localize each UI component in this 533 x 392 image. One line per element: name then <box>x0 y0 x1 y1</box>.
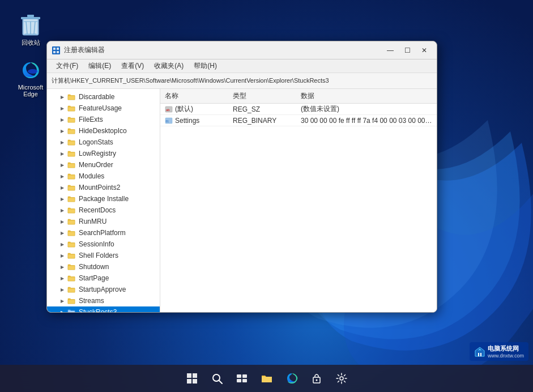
tree-item-mountpoints2[interactable]: ▶ MountPoints2 <box>47 182 160 193</box>
col-name[interactable]: 名称 <box>160 91 228 101</box>
tree-panel[interactable]: ▶ Discardable ▶ FeatureUsage <box>47 89 160 312</box>
values-panel: 名称 类型 数据 ab (默认) REG_SZ (数值未设置) 01 Setti… <box>160 89 437 312</box>
tree-item-searchplatform[interactable]: ▶ SearchPlatform <box>47 227 160 238</box>
watermark-icon <box>474 346 485 357</box>
folder-icon <box>67 138 76 146</box>
chevron-icon: ▶ <box>61 140 67 145</box>
edge-label: MicrosoftEdge <box>18 84 44 97</box>
value-name: ab (默认) <box>160 104 228 114</box>
tree-item-fileexts[interactable]: ▶ FileExts <box>47 114 160 125</box>
svg-rect-9 <box>57 51 59 53</box>
svg-rect-26 <box>237 379 241 382</box>
svg-rect-6 <box>53 48 56 50</box>
tree-item-startpage[interactable]: ▶ StartPage <box>47 272 160 284</box>
menu-favorites[interactable]: 收藏夹(A) <box>150 60 188 72</box>
folder-icon <box>67 274 76 282</box>
tree-item-label: Shutdown <box>79 263 109 271</box>
tree-item-streams[interactable]: ▶ Streams <box>47 295 160 306</box>
edge-taskbar-button[interactable] <box>280 367 303 390</box>
svg-text:ab: ab <box>166 108 170 112</box>
search-button[interactable] <box>206 367 228 390</box>
tree-item-lowregistry[interactable]: ▶ LowRegistry <box>47 148 160 159</box>
chevron-icon: ▶ <box>61 163 67 168</box>
tree-item-discardable[interactable]: ▶ Discardable <box>47 91 160 103</box>
close-button[interactable]: ✕ <box>416 45 432 56</box>
values-header: 名称 类型 数据 <box>160 89 437 104</box>
tree-item-featureusage[interactable]: ▶ FeatureUsage <box>47 103 160 114</box>
recycle-bin-label: 回收站 <box>22 39 40 47</box>
taskview-button[interactable] <box>231 367 253 390</box>
chevron-icon: ▶ <box>61 242 67 247</box>
menu-edit[interactable]: 编辑(E) <box>84 60 116 72</box>
tree-item-hidedesktopico[interactable]: ▶ HideDesktopIco <box>47 125 160 137</box>
tree-item-label: StartupApprove <box>79 286 126 293</box>
menu-view[interactable]: 查看(V) <box>117 60 148 72</box>
svg-rect-25 <box>242 374 247 378</box>
value-data: 30 00 00 00 fe ff ff ff 7a f4 00 00 03 0… <box>296 117 437 125</box>
tree-item-menuorder[interactable]: ▶ MenuOrder <box>47 159 160 171</box>
tree-item-stuckrects3[interactable]: ▶ StuckRects3 <box>47 306 160 312</box>
chevron-icon: ▶ <box>61 185 67 190</box>
tree-item-label: StuckRects3 <box>79 308 117 312</box>
folder-icon <box>67 184 76 191</box>
menu-file[interactable]: 文件(F) <box>52 60 83 72</box>
tree-item-label: StartPage <box>79 274 109 282</box>
chevron-icon: ▶ <box>61 265 67 270</box>
chevron-icon: ▶ <box>61 299 67 304</box>
svg-line-23 <box>219 381 222 384</box>
folder-icon <box>67 161 76 169</box>
folder-icon <box>67 172 76 180</box>
chevron-icon: ▶ <box>61 174 67 179</box>
svg-point-29 <box>315 380 317 381</box>
chevron-icon: ▶ <box>61 287 67 292</box>
tree-item-shutdown[interactable]: ▶ Shutdown <box>47 261 160 272</box>
chevron-icon: ▶ <box>61 219 67 224</box>
title-bar: 注册表编辑器 — ☐ ✕ <box>47 41 437 59</box>
maximize-button[interactable]: ☐ <box>399 45 415 56</box>
folder-icon <box>67 116 76 123</box>
col-type[interactable]: 类型 <box>228 91 296 101</box>
tree-item-label: SessionInfo <box>79 240 114 248</box>
tree-item-shell-folders[interactable]: ▶ Shell Folders <box>47 250 160 261</box>
value-name: 01 Settings <box>160 117 228 125</box>
svg-rect-19 <box>193 373 197 378</box>
settings-taskbar-button[interactable] <box>330 367 353 390</box>
edge-desktop-icon[interactable]: MicrosoftEdge <box>10 57 51 100</box>
folder-icon <box>67 229 76 237</box>
tree-item-startupapprove[interactable]: ▶ StartupApprove <box>47 284 160 295</box>
security-button[interactable] <box>305 367 328 390</box>
tree-item-label: Shell Folders <box>79 252 118 259</box>
folder-icon <box>67 104 76 112</box>
chevron-icon: ▶ <box>61 231 67 236</box>
file-explorer-button[interactable] <box>255 367 278 390</box>
tree-item-recentdocs[interactable]: ▶ RecentDocs <box>47 204 160 216</box>
tree-item-logonstats[interactable]: ▶ LogonStats <box>47 137 160 148</box>
tree-item-runmru[interactable]: ▶ RunMRU <box>47 216 160 227</box>
tree-item-label: RunMRU <box>79 218 106 225</box>
folder-icon <box>67 195 76 203</box>
tree-item-modules[interactable]: ▶ Modules <box>47 171 160 182</box>
tree-item-label: Streams <box>79 297 104 305</box>
content-area: ▶ Discardable ▶ FeatureUsage <box>47 89 437 312</box>
svg-rect-2 <box>21 17 40 19</box>
chevron-icon: ▶ <box>61 95 67 100</box>
svg-rect-27 <box>242 379 247 382</box>
value-row-0[interactable]: ab (默认) REG_SZ (数值未设置) <box>160 104 437 115</box>
menu-help[interactable]: 帮助(H) <box>189 60 221 72</box>
svg-rect-7 <box>57 48 59 50</box>
tree-item-package-installe[interactable]: ▶ Package Installe <box>47 193 160 204</box>
value-row-1[interactable]: 01 Settings REG_BINARY 30 00 00 00 fe ff… <box>160 115 437 126</box>
watermark-url: www.dnxtw.com <box>488 353 524 359</box>
col-data[interactable]: 数据 <box>296 91 437 101</box>
tree-item-label: FileExts <box>79 116 103 123</box>
watermark: 电脑系统网 www.dnxtw.com <box>470 342 528 361</box>
tree-item-sessioninfo[interactable]: ▶ SessionInfo <box>47 238 160 250</box>
tree-item-label: RecentDocs <box>79 206 116 214</box>
start-button[interactable] <box>181 367 203 390</box>
tree-item-label: Package Installe <box>79 195 129 203</box>
recycle-bin-icon[interactable]: 回收站 <box>10 11 51 49</box>
minimize-button[interactable]: — <box>382 45 398 56</box>
edge-image <box>19 59 42 82</box>
regedit-window: 注册表编辑器 — ☐ ✕ 文件(F) 编辑(E) 查看(V) 收藏夹(A) 帮助… <box>46 41 437 313</box>
chevron-icon: ▶ <box>61 253 67 258</box>
